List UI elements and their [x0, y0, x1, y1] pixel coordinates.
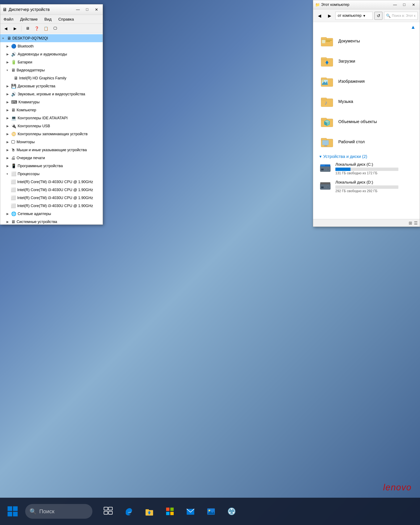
- tree-keyboard[interactable]: ▶ ⌨ Клавиатуры: [0, 98, 103, 106]
- devmgr-tree[interactable]: ▾ 🖥 DESKTOP-0Q7M2QI ▶ 🔵 Bluetooth ▶ 🔊 Ау…: [0, 33, 103, 225]
- explorer-maximize-button[interactable]: □: [400, 1, 409, 8]
- ide-expand-icon: ▶: [7, 116, 11, 120]
- taskbar-app-multitask[interactable]: [99, 502, 118, 521]
- root-computer-icon: 🖥: [7, 36, 11, 41]
- view-details-icon[interactable]: ⊞: [409, 221, 412, 225]
- explorer-close-button[interactable]: ✕: [409, 1, 418, 8]
- tree-video[interactable]: ▾ 🖥 Видеоадаптеры: [0, 66, 103, 74]
- toolbar-forward-button[interactable]: ▶: [11, 25, 19, 32]
- svg-rect-18: [321, 118, 327, 120]
- menu-action[interactable]: Действие: [19, 16, 39, 22]
- toolbar-back-button[interactable]: ◀: [2, 25, 10, 32]
- tree-audio[interactable]: ▶ 🔊 Аудиовходы и аудиовыходы: [0, 50, 103, 58]
- tree-monitor[interactable]: ▶ 🖵 Мониторы: [0, 138, 103, 146]
- devmgr-menubar: Файл Действие Вид Справка: [0, 15, 103, 24]
- tree-cpu-core-1[interactable]: ⬜ Intel(R) Core(TM) i3-4030U CPU @ 1.90G…: [0, 178, 103, 186]
- tree-battery[interactable]: ▶ 🔋 Батареи: [0, 58, 103, 66]
- disk-d-bar: [335, 185, 398, 189]
- folder-3d[interactable]: Объемные объекты: [317, 112, 416, 132]
- devmgr-minimize-button[interactable]: —: [74, 6, 82, 13]
- tree-sound[interactable]: ▶ 🔊 Звуковые, игровые и видеоустройства: [0, 90, 103, 98]
- toolbar-help-button[interactable]: ❓: [33, 25, 41, 32]
- toolbar-computer-button[interactable]: 🖥: [24, 25, 31, 32]
- print-icon: 🖨: [11, 156, 15, 160]
- 3d-icon: [319, 114, 335, 129]
- root-label: DESKTOP-0Q7M2QI: [12, 36, 48, 40]
- hd-graphics-icon: 🖥: [14, 76, 18, 81]
- menu-file[interactable]: Файл: [2, 16, 15, 22]
- storage-icon: 📀: [11, 131, 16, 137]
- tree-usb[interactable]: ▶ 🔌 Контроллеры USB: [0, 122, 103, 130]
- scroll-up-icon[interactable]: ▲: [411, 24, 416, 30]
- tree-disk[interactable]: ▶ 💾 Дисковые устройства: [0, 82, 103, 90]
- folder-documents[interactable]: Документы: [317, 31, 416, 51]
- disk-icon: 💾: [11, 84, 16, 89]
- tree-storage[interactable]: ▶ 📀 Контроллеры запоминающих устройств: [0, 130, 103, 138]
- folder-music[interactable]: ♪ Музыка: [317, 91, 416, 112]
- tree-system[interactable]: ▶ 🖥 Системные устройства: [0, 218, 103, 225]
- tree-cpu-core-2[interactable]: ⬜ Intel(R) Core(TM) i3-4030U CPU @ 1.90G…: [0, 186, 103, 194]
- taskbar-app-photos[interactable]: [202, 502, 221, 521]
- taskbar-app-store[interactable]: [160, 502, 179, 521]
- cpu-label: Процессоры: [18, 172, 39, 176]
- svg-rect-44: [104, 507, 108, 510]
- tree-software-dev[interactable]: ▶ 📱 Программные устройства: [0, 162, 103, 170]
- folder-pictures[interactable]: Изображения: [317, 71, 416, 91]
- tree-network[interactable]: ▶ 🌐 Сетевые адаптеры: [0, 210, 103, 218]
- computer-icon: 🖥: [11, 108, 15, 112]
- address-bar[interactable]: от компьютер ▾: [335, 12, 373, 20]
- pictures-name: Изображения: [338, 79, 365, 84]
- tree-bluetooth[interactable]: ▶ 🔵 Bluetooth: [0, 42, 103, 50]
- address-text: от компьютер: [338, 13, 362, 18]
- disk-d-item[interactable]: Локальный диск (D:) 292 ГБ свободно из 2…: [317, 178, 416, 196]
- taskbar-app-other[interactable]: [222, 502, 241, 521]
- explorer-back-button[interactable]: ◀: [315, 12, 324, 20]
- tree-computer[interactable]: ▶ 🖥 Компьютер: [0, 106, 103, 114]
- menu-view[interactable]: Вид: [43, 16, 53, 22]
- tree-cpu-core-3[interactable]: ⬜ Intel(R) Core(TM) i3-4030U CPU @ 1.90G…: [0, 194, 103, 202]
- refresh-button[interactable]: ↺: [374, 12, 383, 20]
- disk-c-fill: [335, 168, 351, 171]
- svg-point-62: [229, 512, 231, 513]
- network-icon: 🌐: [11, 211, 16, 216]
- taskbar-app-mail[interactable]: [181, 502, 200, 521]
- disk-c-item[interactable]: Локальный диск (C:) 131 ГБ свободно из 1…: [317, 160, 416, 178]
- explorer-forward-button[interactable]: ▶: [325, 12, 334, 20]
- svg-text:♪: ♪: [325, 99, 327, 106]
- taskbar-app-files[interactable]: [140, 502, 159, 521]
- svg-rect-26: [325, 145, 327, 146]
- software-dev-expand-icon: ▶: [7, 164, 11, 168]
- folder-downloads[interactable]: Загрузки: [317, 51, 416, 71]
- explorer-minimize-button[interactable]: —: [391, 1, 399, 8]
- taskbar-app-edge[interactable]: [119, 502, 138, 521]
- tree-mouse[interactable]: ▶ 🖱 Мыши и иные указывающие устройства: [0, 146, 103, 154]
- devmgr-close-button[interactable]: ✕: [92, 6, 101, 13]
- documents-name: Документы: [338, 39, 360, 44]
- start-button[interactable]: [2, 503, 23, 520]
- view-list-icon[interactable]: ☰: [414, 221, 418, 225]
- devmgr-maximize-button[interactable]: □: [83, 6, 91, 13]
- devices-collapse-icon[interactable]: ▾: [319, 154, 321, 159]
- tree-cpu[interactable]: ▾ ⬜ Процессоры: [0, 170, 103, 178]
- tree-cpu-core-4[interactable]: ⬜ Intel(R) Core(TM) i3-4030U CPU @ 1.90G…: [0, 202, 103, 210]
- cpu-core3-label: Intel(R) Core(TM) i3-4030U CPU @ 1.90GHz: [17, 196, 93, 200]
- tree-ide[interactable]: ▶ 💻 Контроллеры IDE ATA/ATAPI: [0, 114, 103, 122]
- search-icon: 🔍: [386, 13, 391, 18]
- toolbar-monitor-button[interactable]: 🖵: [51, 25, 59, 32]
- folder-desktop[interactable]: Рабочий стол: [317, 132, 416, 152]
- search-bar[interactable]: 🔍 Поиск в: Этот к: [384, 12, 418, 20]
- tree-hd-graphics[interactable]: 🖥 Intel(R) HD Graphics Family: [0, 74, 103, 82]
- cpu-core4-icon: ⬜: [11, 203, 16, 208]
- taskbar-search[interactable]: 🔍 Поиск: [25, 504, 93, 519]
- devmgr-window: 🖥 Диспетчер устройств — □ ✕ Файл Действи…: [0, 4, 103, 225]
- menu-help[interactable]: Справка: [57, 16, 75, 22]
- address-dropdown-icon[interactable]: ▾: [363, 13, 365, 18]
- svg-rect-41: [13, 506, 18, 511]
- toolbar-action2-button[interactable]: 📋: [42, 25, 50, 32]
- 3d-name: Объемные объекты: [338, 119, 377, 124]
- tree-root[interactable]: ▾ 🖥 DESKTOP-0Q7M2QI: [0, 34, 103, 42]
- disk-label: Дисковые устройства: [18, 84, 56, 88]
- ide-icon: 💻: [11, 115, 16, 121]
- tree-print[interactable]: ▶ 🖨 Очереди печати: [0, 154, 103, 162]
- cpu-core2-icon: ⬜: [11, 187, 16, 192]
